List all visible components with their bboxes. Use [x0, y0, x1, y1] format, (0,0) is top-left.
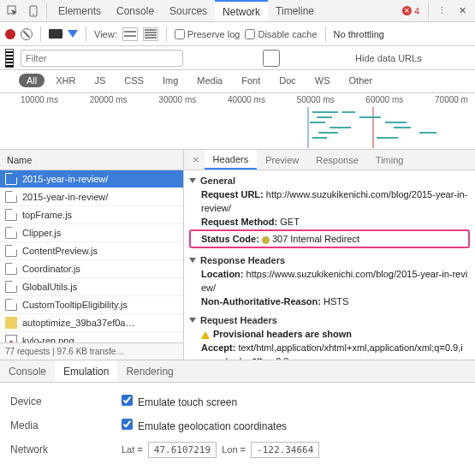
lon-input[interactable]: -122.34664 [251, 442, 319, 458]
drawer-tabs: Console Emulation Rendering [0, 360, 475, 383]
request-name: ContentPreview.js [22, 246, 98, 256]
hide-dataurls-checkbox[interactable]: Hide data URLs [190, 50, 422, 67]
request-row[interactable]: topFrame.js [0, 206, 183, 224]
request-list-pane: Name 2015-year-in-review/2015-year-in-re… [0, 150, 184, 360]
request-row[interactable]: GlobalUtils.js [0, 278, 183, 296]
request-summary: 77 requests | 97.6 KB transfe… [0, 342, 183, 360]
lat-input[interactable]: 47.6107219 [148, 442, 217, 458]
preserve-log-checkbox[interactable]: Preserve log [175, 29, 240, 39]
error-icon: ✕ [402, 6, 412, 15]
tab-console[interactable]: Console [109, 0, 162, 21]
device-icon[interactable] [24, 3, 43, 20]
request-name: 2015-year-in-review/ [22, 174, 108, 184]
view-large-icon[interactable] [122, 27, 138, 41]
drawer-tab-console[interactable]: Console [0, 360, 55, 382]
request-method-value: GET [280, 217, 300, 227]
disable-cache-checkbox[interactable]: Disable cache [245, 29, 317, 39]
request-row[interactable]: CustomTooltipEligibility.js [0, 296, 183, 314]
filter-doc[interactable]: Doc [271, 74, 304, 87]
request-list[interactable]: 2015-year-in-review/2015-year-in-review/… [0, 170, 183, 342]
document-file-icon [5, 227, 17, 239]
request-row[interactable]: 2015-year-in-review/ [0, 188, 183, 206]
request-row[interactable]: Clipper.js [0, 224, 183, 242]
request-name: GlobalUtils.js [22, 282, 77, 292]
response-headers-section-header[interactable]: Response Headers [189, 253, 470, 267]
request-headers-section-header[interactable]: Request Headers [189, 313, 470, 327]
error-count-value: 4 [414, 6, 419, 16]
filter-bar: Hide data URLs [0, 46, 475, 70]
drawer-tab-emulation[interactable]: Emulation [55, 360, 117, 382]
filter-all[interactable]: All [19, 74, 45, 87]
filter-js[interactable]: JS [86, 74, 113, 87]
svg-point-2 [33, 14, 34, 15]
close-detail-button[interactable]: × [187, 153, 205, 166]
status-code-value: 307 Internal Redirect [272, 234, 359, 244]
inspect-icon[interactable] [3, 3, 22, 20]
close-icon[interactable]: ✕ [453, 3, 472, 20]
image-file-icon [5, 335, 17, 342]
filter-other[interactable]: Other [341, 74, 381, 87]
document-file-icon [5, 245, 17, 257]
main-toolbar: Elements Console Sources Network Timelin… [0, 0, 475, 22]
error-count[interactable]: ✕ 4 [397, 6, 425, 16]
filter-font[interactable]: Font [234, 74, 268, 87]
throttling-select[interactable]: No throttling [334, 29, 384, 39]
request-name: topFrame.js [22, 210, 72, 220]
network-label: Network [10, 443, 122, 455]
document-file-icon [5, 173, 17, 185]
request-name: kylo-ren.png [22, 336, 74, 342]
status-code-highlight: Status Code: 307 Internal Redirect [189, 229, 470, 248]
device-label: Device [10, 396, 122, 408]
filter-toggle-icon[interactable] [68, 30, 78, 38]
record-button[interactable] [5, 29, 15, 39]
request-row[interactable]: ContentPreview.js [0, 242, 183, 260]
tab-preview[interactable]: Preview [257, 150, 307, 170]
network-toolbar: View: Preserve log Disable cache No thro… [0, 22, 475, 46]
js-file-icon [5, 317, 17, 329]
tab-elements[interactable]: Elements [50, 0, 109, 21]
timeline-overview[interactable]: 10000 ms 20000 ms 30000 ms 40000 ms 5000… [0, 93, 475, 150]
tab-sources[interactable]: Sources [162, 0, 215, 21]
name-column-header[interactable]: Name [0, 150, 183, 170]
filter-xhr[interactable]: XHR [48, 74, 83, 87]
drawer-tab-rendering[interactable]: Rendering [117, 360, 181, 382]
more-icon[interactable]: ⋮ [432, 3, 451, 20]
emulate-touch-checkbox[interactable]: Emulate touch screen [122, 395, 237, 408]
general-section-header[interactable]: General [189, 174, 470, 187]
request-row[interactable]: autoptimize_39ba37ef0a… [0, 314, 183, 332]
document-file-icon [5, 209, 17, 221]
request-row[interactable]: 2015-year-in-review/ [0, 170, 183, 188]
filter-css[interactable]: CSS [116, 74, 151, 87]
reason-value: HSTS [324, 296, 348, 306]
provisional-warning: Provisional headers are shown [189, 327, 470, 341]
tab-headers[interactable]: Headers [205, 150, 258, 170]
filter-input[interactable] [21, 50, 183, 67]
emulation-panel: Device Emulate touch screen Media Emulat… [0, 383, 475, 468]
panel-tabs: Elements Console Sources Network Timelin… [50, 0, 395, 21]
status-dot-icon [262, 236, 270, 244]
request-row[interactable]: kylo-ren.png [0, 332, 183, 342]
accept-value: text/html,application/xhtml+xml,applicat… [201, 342, 463, 360]
filter-media[interactable]: Media [189, 74, 230, 87]
request-name: CustomTooltipEligibility.js [22, 300, 128, 310]
document-file-icon [5, 263, 17, 275]
filter-type-row: All XHR JS CSS Img Media Font Doc WS Oth… [0, 70, 475, 93]
filmstrip-icon[interactable] [5, 49, 14, 68]
timeline-bars [0, 107, 475, 148]
filter-ws[interactable]: WS [307, 74, 338, 87]
tab-network[interactable]: Network [215, 0, 268, 21]
tab-timeline[interactable]: Timeline [268, 0, 322, 21]
request-row[interactable]: Coordinator.js [0, 260, 183, 278]
tab-timing[interactable]: Timing [367, 150, 413, 170]
filter-img[interactable]: Img [155, 74, 186, 87]
clear-button[interactable] [21, 28, 33, 40]
view-small-icon[interactable] [143, 27, 158, 41]
emulate-geolocation-checkbox[interactable]: Emulate geolocation coordinates [122, 419, 287, 432]
request-name: autoptimize_39ba37ef0a… [22, 318, 134, 328]
warning-icon [201, 331, 210, 339]
request-name: 2015-year-in-review/ [22, 192, 108, 202]
document-file-icon [5, 191, 17, 203]
screenshot-icon[interactable] [49, 29, 62, 39]
tab-response[interactable]: Response [307, 150, 367, 170]
media-label: Media [10, 419, 122, 431]
